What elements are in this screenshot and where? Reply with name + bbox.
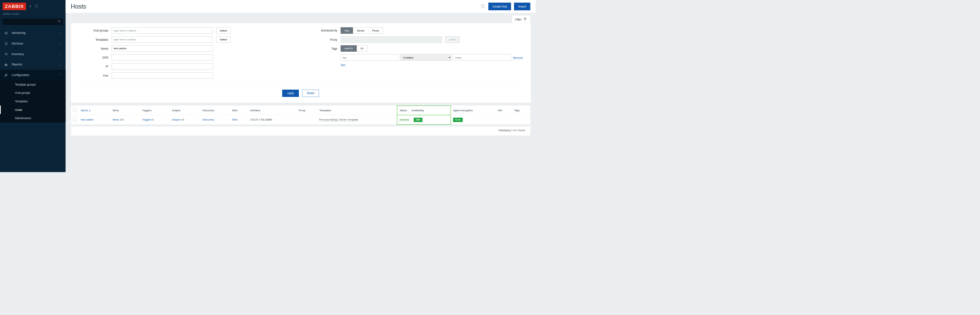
web-link[interactable]: Web: [232, 118, 238, 121]
col-status[interactable]: Status: [398, 106, 409, 114]
nav-label: Reports: [12, 63, 56, 66]
subnav-maintenance[interactable]: Maintenance: [0, 114, 65, 123]
filter-tab-label: Filter: [515, 18, 522, 21]
templates-select-button[interactable]: Select: [216, 36, 231, 43]
list-icon: [4, 52, 8, 56]
subnav-hosts[interactable]: Hosts: [0, 106, 65, 114]
nav-configuration[interactable]: Configuration ⌃: [0, 70, 65, 81]
nav-label: Configuration: [12, 73, 56, 77]
dns-input[interactable]: [112, 54, 213, 60]
tag-filter-row: Contains Remove: [340, 54, 523, 60]
label-tags: Tags: [305, 47, 337, 50]
col-web: Web: [230, 106, 248, 115]
items-link[interactable]: Items: [113, 118, 119, 121]
select-all-checkbox[interactable]: [73, 108, 76, 112]
proxy-input: [340, 36, 442, 43]
collapse-icon[interactable]: [29, 5, 32, 8]
hosts-table: Name ▲ Items Triggers Graphs Discovery W…: [71, 106, 530, 124]
monitored-server[interactable]: Server: [353, 27, 369, 34]
nav-label: Services: [12, 42, 56, 45]
row-checkbox[interactable]: [73, 118, 76, 121]
page-header: Hosts Create host Import: [65, 0, 536, 13]
col-items: Items: [110, 106, 140, 115]
label-templates: Templates: [78, 38, 108, 41]
chevron-down-icon: ⌄: [59, 63, 61, 66]
nav-inventory[interactable]: Inventory ⌄: [0, 49, 65, 60]
chevron-down-icon: ⌄: [59, 42, 61, 45]
chevron-up-icon: ⌃: [59, 73, 61, 77]
logo[interactable]: ZABBIX: [3, 3, 26, 10]
table-row: test-zabbix Items191 Triggers8 Graphs43 …: [71, 115, 530, 124]
col-name[interactable]: Name ▲: [79, 106, 110, 115]
label-name: Name: [78, 47, 108, 50]
chevron-down-icon: ⌄: [59, 32, 61, 35]
graphs-count: 43: [181, 118, 184, 121]
filter-tab[interactable]: Filter: [512, 16, 530, 23]
host-name-link[interactable]: test-zabbix: [81, 118, 94, 121]
subnav-templates[interactable]: Templates: [0, 97, 65, 106]
host-groups-input[interactable]: [112, 27, 213, 34]
svg-rect-11: [6, 64, 6, 66]
svg-rect-0: [35, 5, 38, 7]
svg-rect-10: [5, 64, 5, 66]
graphs-link[interactable]: Graphs: [172, 118, 180, 121]
subnav-host-groups[interactable]: Host groups: [0, 89, 65, 97]
name-input[interactable]: [112, 45, 213, 52]
proxy-select-button: Select: [445, 36, 460, 43]
import-button[interactable]: Import: [514, 3, 530, 10]
chart-icon: [4, 63, 8, 66]
help-icon[interactable]: [480, 4, 485, 9]
label-dns: DNS: [78, 56, 108, 59]
reset-button[interactable]: Reset: [302, 90, 319, 97]
chevron-down-icon: ⌄: [59, 52, 61, 56]
tags-mode-group: And/Or Or: [340, 45, 367, 52]
svg-point-1: [58, 21, 60, 22]
main: Hosts Create host Import Filter Host gro…: [65, 0, 536, 172]
discovery-link[interactable]: Discovery: [203, 118, 214, 121]
page-title: Hosts: [71, 3, 481, 10]
nav-monitoring[interactable]: Monitoring ⌄: [0, 28, 65, 38]
triggers-link[interactable]: Triggers: [142, 118, 151, 121]
stopwatch-icon: [4, 42, 8, 46]
tags-andor[interactable]: And/Or: [340, 45, 356, 52]
tag-value-input[interactable]: [453, 54, 511, 60]
nav-reports[interactable]: Reports ⌄: [0, 59, 65, 70]
status-toggle[interactable]: Enabled: [399, 118, 409, 121]
tag-operator-select[interactable]: Contains: [401, 54, 451, 60]
host-groups-select-button[interactable]: Select: [216, 27, 231, 34]
info-cell: [495, 115, 512, 124]
col-tags: Tags: [512, 106, 530, 115]
search-icon[interactable]: [57, 20, 61, 24]
server-name: Zabbix docker: [0, 11, 65, 18]
ip-input[interactable]: [112, 63, 213, 70]
col-graphs: Graphs: [170, 106, 200, 115]
svg-line-2: [60, 22, 60, 22]
col-info: Info: [495, 106, 512, 115]
template-link[interactable]: Percona MySQL Server Template: [319, 118, 358, 121]
create-host-button[interactable]: Create host: [488, 3, 511, 10]
tag-name-input[interactable]: [340, 54, 398, 60]
filter-left-col: Host groups Select Templates Select Name…: [78, 27, 290, 81]
sidebar-top: ZABBIX: [0, 1, 65, 11]
port-input[interactable]: [112, 72, 213, 79]
nav-services[interactable]: Services ⌄: [0, 38, 65, 49]
monitored-proxy[interactable]: Proxy: [369, 27, 383, 34]
col-interface: Interface: [248, 106, 296, 115]
subnav-template-groups[interactable]: Template groups: [0, 80, 65, 89]
filter-icon: [523, 17, 527, 21]
apply-button[interactable]: Apply: [282, 90, 299, 97]
interface-cell: 172.27.7.52:10050: [248, 115, 296, 124]
table-footer: Displaying 1 of 1 found: [71, 127, 530, 135]
svg-rect-12: [7, 65, 7, 66]
col-templates: Templates: [317, 106, 398, 115]
global-search[interactable]: [3, 19, 63, 25]
monitored-any[interactable]: Any: [340, 27, 353, 34]
tag-add-link[interactable]: Add: [340, 63, 345, 66]
tags-or[interactable]: Or: [357, 45, 368, 52]
fullscreen-icon[interactable]: [35, 5, 38, 8]
templates-input[interactable]: [112, 36, 213, 43]
triggers-count: 8: [152, 118, 154, 121]
col-discovery: Discovery: [200, 106, 230, 115]
search-input[interactable]: [5, 20, 57, 23]
tag-remove-link[interactable]: Remove: [513, 56, 523, 59]
